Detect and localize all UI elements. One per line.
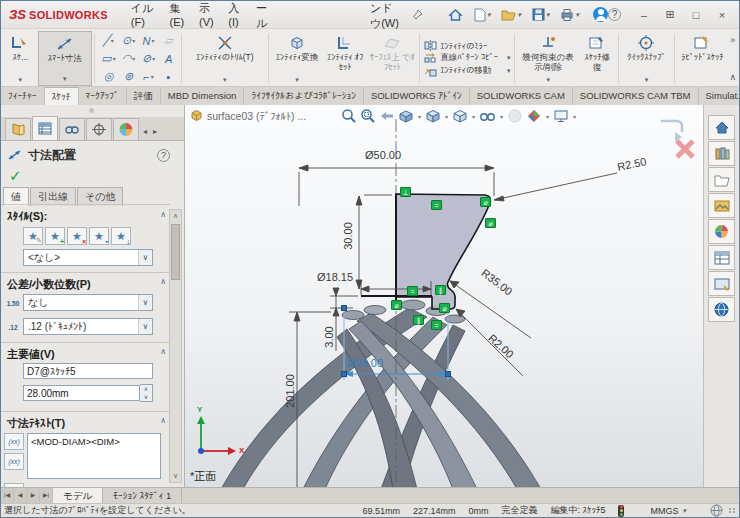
relation-badge[interactable]: ⌀ <box>439 303 450 313</box>
line-tool[interactable]: ╱▾ <box>99 32 119 50</box>
home-button[interactable] <box>445 6 466 24</box>
save-style-button[interactable]: ★▪ <box>89 227 109 245</box>
arc-tool[interactable]: ◠▾ <box>119 50 139 68</box>
scrollbar-thumb[interactable] <box>171 224 180 280</box>
collapse-icon[interactable]: ∧ <box>160 277 166 292</box>
tab-lifecycle[interactable]: ﾗｲﾌｻｲｸﾙおよびｺﾗﾎﾞﾚｰｼｮﾝ <box>244 87 364 105</box>
dropdown-caret-icon[interactable]: ∨ <box>138 250 152 265</box>
open-button[interactable]: ▾ <box>498 6 524 23</box>
ribbon-collapse-button[interactable]: ∧ <box>729 72 736 82</box>
relation-badge[interactable]: ∥ <box>413 315 424 325</box>
move-entities-button[interactable]: ｴﾝﾃｨﾃｨの移動 ▾ <box>424 65 510 77</box>
perimeter-circle-tool[interactable]: ⊚ <box>119 68 139 86</box>
dimension-dia18.15[interactable]: Ø18.15 <box>307 271 363 283</box>
relation-badge[interactable]: ⊥ <box>400 187 411 197</box>
resize-grip[interactable] <box>729 508 736 513</box>
caret-down-icon[interactable]: ▾ <box>575 11 579 19</box>
motion-study-tab[interactable]: ﾓｰｼｮﾝ ｽﾀﾃﾞｨ 1 <box>103 488 182 503</box>
panel-tab-scroll-left[interactable]: ◂ <box>140 127 150 136</box>
tab-sketch[interactable]: ｽｹｯﾁ <box>45 87 79 105</box>
configuration-manager-tab[interactable] <box>59 118 85 140</box>
style-dropdown[interactable]: <なし> ∨ <box>23 249 153 266</box>
fillet-tool[interactable]: ⌐▾ <box>139 68 159 86</box>
convert-entities-button[interactable]: ｴﾝﾃｨﾃｨ変換 ▾ <box>271 31 323 86</box>
status-globe-icon[interactable] <box>710 504 723 517</box>
view-palette-button[interactable] <box>708 193 735 218</box>
apply-default-style-button[interactable]: ★✎ <box>23 227 43 245</box>
dimension-30[interactable]: 30.00 <box>342 216 354 256</box>
caret-down-icon[interactable]: ▾ <box>445 113 448 120</box>
spline-tool[interactable]: N▾ <box>139 32 159 50</box>
text-tool[interactable]: A <box>159 50 179 68</box>
dimension-text-area[interactable]: <MOD-DIAM><DIM> <box>27 433 161 479</box>
dim-text-symbol-button-2[interactable]: (xx) <box>4 453 24 470</box>
relation-badge[interactable]: ⌀ <box>480 197 491 207</box>
tab-mbd-dimension[interactable]: MBD Dimension <box>161 87 245 105</box>
solidworks-resources-button[interactable] <box>708 271 735 296</box>
relation-badge[interactable]: ∥ <box>435 285 446 295</box>
add-style-button[interactable]: ★+ <box>45 227 65 245</box>
caret-down-icon[interactable]: ▾ <box>546 11 550 19</box>
tab-nav-next[interactable]: ▶ <box>27 488 40 503</box>
save-button[interactable]: ▾ <box>529 6 553 23</box>
file-explorer-button[interactable] <box>708 167 735 192</box>
print-button[interactable]: ▾ <box>557 6 582 23</box>
apply-scene-button[interactable] <box>526 108 542 124</box>
dimension-3[interactable]: 3.00 <box>323 322 335 352</box>
section-view-button[interactable] <box>398 108 414 124</box>
sketch-button[interactable]: ｽｹ... ▾ <box>3 31 38 86</box>
model-tab[interactable]: モデル <box>53 488 103 503</box>
spinner-up-icon[interactable]: ∧ <box>140 385 152 393</box>
delete-style-button[interactable]: ★× <box>67 227 87 245</box>
caret-down-icon[interactable]: ▾ <box>63 75 67 85</box>
offset-entities-button[interactable]: ｴﾝﾃｨﾃｨ ｵﾌｾｯﾄ <box>323 31 367 86</box>
tolerance-dropdown[interactable]: なし ∨ <box>23 294 153 311</box>
tab-features[interactable]: ﾌｨｰﾁｬｰ <box>1 87 45 105</box>
load-style-button[interactable]: ★↓ <box>111 227 131 245</box>
relation-badge[interactable]: = <box>431 320 442 330</box>
graphics-viewport[interactable]: surface03 (ﾃﾞﾌｫﾙﾄ) ... ▾ ▾ ▾ ▾ ▾ ▾ <box>185 105 705 489</box>
caret-down-icon[interactable]: ▾ <box>418 113 421 120</box>
panel-splitter-handle[interactable] <box>89 108 94 113</box>
user-avatar[interactable] <box>593 7 608 22</box>
scroll-up-icon[interactable]: ∧ <box>173 210 178 222</box>
custom-properties-button[interactable] <box>708 245 735 270</box>
caret-down-icon[interactable]: ▾ <box>507 54 511 62</box>
dimension-dia50[interactable]: Ø50.00 <box>351 149 415 161</box>
feature-manager-tab[interactable] <box>5 118 31 140</box>
caret-down-icon[interactable]: ▾ <box>295 76 299 86</box>
precision-dropdown[interactable]: .12 (ﾄﾞｷｭﾒﾝﾄ) ∨ <box>23 318 153 335</box>
trim-entities-button[interactable]: ｴﾝﾃｨﾃｨのﾄﾘﾑ(T) ▾ <box>184 31 267 86</box>
ok-check-button[interactable]: ✓ <box>9 167 22 185</box>
caret-down-icon[interactable]: ▾ <box>19 76 23 86</box>
dim-text-symbol-button-1[interactable]: (xx) <box>4 433 24 450</box>
dropdown-caret-icon[interactable]: ∨ <box>138 295 152 310</box>
zoom-to-area-button[interactable] <box>360 108 376 124</box>
tab-markup[interactable]: ﾏｰｸｱｯﾌﾟ <box>79 87 127 105</box>
maximize-button[interactable]: □ <box>683 6 709 24</box>
display-manager-tab[interactable] <box>113 118 139 140</box>
repair-sketch-button[interactable]: ｽｹｯﾁ修復 <box>579 31 616 86</box>
caret-down-icon[interactable]: ▾ <box>472 113 475 120</box>
appearances-button[interactable] <box>708 219 735 244</box>
slot-tool[interactable]: ◎ <box>99 68 119 86</box>
relation-badge[interactable]: = <box>407 286 418 296</box>
dimension-name-field[interactable] <box>23 363 153 379</box>
display-style-button[interactable] <box>452 108 468 124</box>
pin-menu-icon[interactable] <box>412 6 423 24</box>
design-library-button[interactable] <box>708 141 735 166</box>
caret-down-icon[interactable]: ▾ <box>507 67 511 75</box>
panel-scrollbar[interactable]: ∧ ∨ <box>169 209 182 483</box>
circle-tool[interactable]: ⊙▾ <box>119 32 139 50</box>
help-icon[interactable]: ? <box>608 8 621 21</box>
property-manager-tab[interactable] <box>32 116 58 140</box>
tab-nav-first[interactable]: |◀ <box>1 488 14 503</box>
caret-down-icon[interactable]: ▾ <box>500 113 503 120</box>
rectangle-tool[interactable]: ▭▾ <box>99 50 119 68</box>
scroll-down-icon[interactable]: ∨ <box>173 470 178 482</box>
panel-tab-scroll-right[interactable]: ▸ <box>150 127 160 136</box>
display-delete-relations-button[interactable]: 幾何拘束の表示/削除 ▾ <box>517 31 579 86</box>
dropdown-caret-icon[interactable]: ∨ <box>138 319 152 334</box>
linear-pattern-button[interactable]: 直線ﾊﾟﾀｰﾝ ｺﾋﾟｰ ▾ <box>424 52 510 64</box>
point-tool[interactable]: ▪ <box>159 68 179 86</box>
